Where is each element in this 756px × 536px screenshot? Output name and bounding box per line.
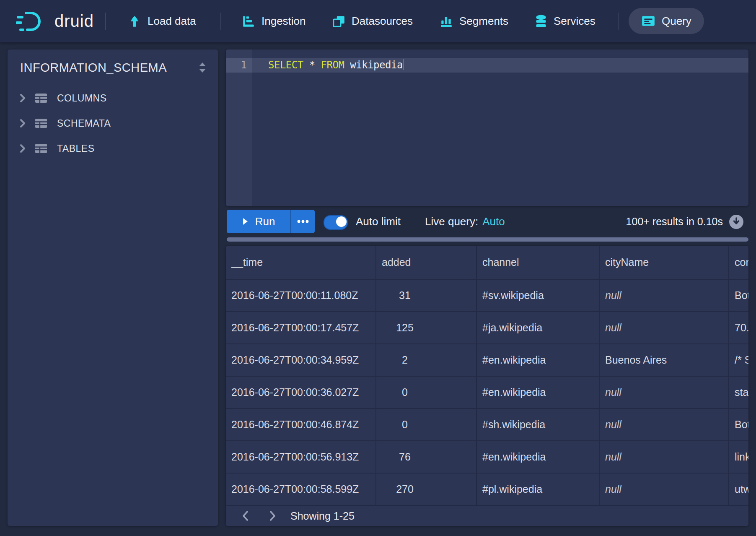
table-cell[interactable]: #ja.wikipedia	[477, 312, 600, 344]
table-cell[interactable]: 2016-06-27T00:00:58.599Z	[226, 474, 376, 506]
table-cell[interactable]: 70.	[729, 312, 748, 344]
druid-logo[interactable]: druid	[16, 0, 94, 42]
nav-item-label: Datasources	[352, 15, 413, 28]
run-more-button[interactable]	[290, 210, 315, 233]
play-icon	[242, 217, 249, 226]
table-cell[interactable]: 2016-06-27T00:00:56.913Z	[226, 441, 376, 474]
download-button[interactable]	[729, 215, 743, 229]
druid-console: druid Load data Ingestion	[0, 0, 756, 536]
ingestion-icon	[242, 15, 255, 28]
table-row: 2016-06-27T00:00:34.959Z2#en.wikipediaBu…	[226, 344, 748, 377]
table-cell[interactable]: null	[600, 441, 729, 474]
table-row: 2016-06-27T00:00:58.599Z270#pl.wikipedia…	[226, 474, 748, 506]
table-cell[interactable]: #pl.wikipedia	[477, 474, 600, 506]
table-cell[interactable]: null	[600, 280, 729, 312]
column-header-cityName[interactable]: cityName	[600, 246, 729, 280]
column-header-comment[interactable]: comment	[729, 246, 748, 280]
table-cell[interactable]: 2016-06-27T00:00:17.457Z	[226, 312, 376, 344]
sql-editor[interactable]: 1 SELECT * FROM wikipedia	[226, 49, 748, 206]
results-table-header: __timeaddedchannelcityNamecomment	[226, 246, 748, 280]
table-cell[interactable]: link	[729, 441, 748, 474]
table-cell[interactable]: null	[600, 474, 729, 506]
table-cell[interactable]: 0	[376, 377, 477, 409]
table-cell[interactable]: Bot	[729, 409, 748, 441]
table-cell[interactable]: #en.wikipedia	[477, 377, 600, 409]
table-cell[interactable]: 76	[376, 441, 477, 474]
table-cell[interactable]: 2016-06-27T00:00:46.874Z	[226, 409, 376, 441]
table-cell[interactable]: null	[600, 409, 729, 441]
table-cell[interactable]: Buenos Aires	[600, 344, 729, 377]
prev-page-button[interactable]	[237, 507, 254, 524]
table-cell[interactable]: 270	[376, 474, 477, 506]
table-cell[interactable]: 2	[376, 344, 477, 377]
nav-item-load-data[interactable]: Load data	[128, 0, 196, 42]
table-icon	[34, 143, 48, 154]
tree-item-columns[interactable]: COLUMNS	[8, 86, 218, 111]
sql-token: FROM	[321, 59, 344, 71]
panel-resize-handle[interactable]	[227, 237, 748, 242]
nav-item-query[interactable]: Query	[629, 8, 704, 34]
nav-item-ingestion[interactable]: Ingestion	[242, 0, 306, 42]
table-cell[interactable]: 2016-06-27T00:00:34.959Z	[226, 344, 376, 377]
table-cell[interactable]: #en.wikipedia	[477, 344, 600, 377]
nav-item-label: Segments	[459, 15, 508, 28]
auto-limit-toggle[interactable]	[324, 215, 348, 230]
table-row: 2016-06-27T00:00:17.457Z125#ja.wikipedia…	[226, 312, 748, 344]
line-number: 1	[226, 58, 247, 73]
druid-logo-icon	[16, 9, 48, 34]
nav-item-datasources[interactable]: Datasources	[332, 0, 413, 42]
double-caret-vertical-icon[interactable]	[198, 62, 207, 73]
table-cell[interactable]: /* S	[729, 344, 748, 377]
run-button[interactable]: Run	[227, 210, 290, 233]
sql-token: *	[303, 59, 321, 71]
table-cell[interactable]: null	[600, 377, 729, 409]
next-page-button[interactable]	[264, 507, 281, 524]
results-panel: __timeaddedchannelcityNamecomment 2016-0…	[226, 246, 748, 526]
column-header-channel[interactable]: channel	[477, 246, 600, 280]
auto-limit-label: Auto limit	[356, 206, 401, 237]
table-cell[interactable]: #sv.wikipedia	[477, 280, 600, 312]
nav-divider	[105, 13, 106, 30]
table-cell[interactable]: 31	[376, 280, 477, 312]
column-header-time[interactable]: __time	[226, 246, 376, 280]
download-icon	[732, 217, 740, 226]
tree-item-label: SCHEMATA	[57, 118, 111, 129]
text-cursor	[403, 59, 404, 70]
logo-wordmark: druid	[54, 12, 94, 31]
query-icon	[641, 15, 655, 27]
table-cell[interactable]: 2016-06-27T00:00:11.080Z	[226, 280, 376, 312]
upload-icon	[128, 15, 141, 28]
table-cell[interactable]: 125	[376, 312, 477, 344]
sql-token: wikipedia	[344, 59, 403, 71]
column-header-added[interactable]: added	[376, 246, 477, 280]
nav-item-label: Query	[662, 15, 691, 28]
table-cell[interactable]: #sh.wikipedia	[477, 409, 600, 441]
table-cell[interactable]: 0	[376, 409, 477, 441]
tree-item-schemata[interactable]: SCHEMATA	[8, 111, 218, 136]
nav-item-services[interactable]: Services	[535, 0, 595, 42]
table-row: 2016-06-27T00:00:46.874Z0#sh.wikipedianu…	[226, 409, 748, 441]
datasources-icon	[332, 15, 345, 28]
nav-item-segments[interactable]: Segments	[440, 0, 508, 42]
table-row: 2016-06-27T00:00:36.027Z0#en.wikipedianu…	[226, 377, 748, 409]
results-footer: Showing 1-25	[226, 506, 748, 526]
table-icon	[34, 92, 48, 104]
table-cell[interactable]: utw	[729, 474, 748, 506]
table-row: 2016-06-27T00:00:56.913Z76#en.wikipedian…	[226, 441, 748, 474]
table-cell[interactable]: null	[600, 312, 729, 344]
chevron-right-icon	[19, 143, 26, 154]
live-query-value[interactable]: Auto	[482, 215, 505, 228]
table-cell[interactable]: #en.wikipedia	[477, 441, 600, 474]
toggle-knob	[336, 216, 347, 227]
tree-item-tables[interactable]: TABLES	[8, 136, 218, 161]
chevron-right-icon	[19, 93, 26, 103]
table-cell[interactable]: Bot	[729, 280, 748, 312]
nav-divider	[618, 13, 619, 30]
sql-token: SELECT	[268, 59, 303, 71]
table-cell[interactable]: sta	[729, 377, 748, 409]
live-query-label: Live query: Auto	[425, 206, 505, 237]
nav-item-label: Ingestion	[261, 15, 306, 28]
more-icon	[297, 220, 309, 223]
nav-item-label: Load data	[148, 15, 196, 28]
table-cell[interactable]: 2016-06-27T00:00:36.027Z	[226, 377, 376, 409]
